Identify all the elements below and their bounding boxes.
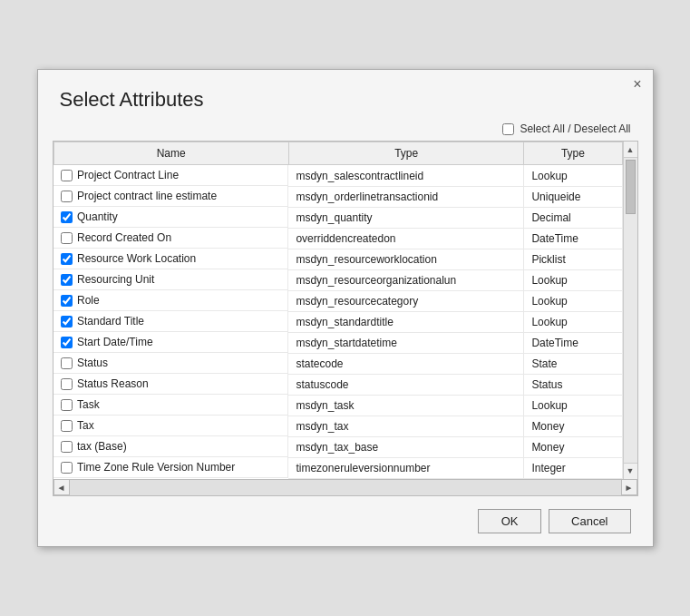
scroll-left-arrow[interactable]: ◄ — [53, 479, 70, 495]
row-checkbox[interactable] — [61, 441, 73, 453]
table-row: Time Zone Rule Version Numbertimezonerul… — [53, 457, 622, 478]
row-name-cell: Standard Title — [53, 311, 288, 332]
table-row: Resourcing Unitmsdyn_resourceorganizatio… — [53, 269, 622, 290]
row-name-label: Task — [77, 398, 100, 411]
row-checkbox[interactable] — [61, 274, 73, 286]
row-type-cell: Money — [524, 436, 622, 457]
row-name-cell: Project contract line estimate — [53, 186, 288, 207]
row-checkbox[interactable] — [61, 337, 73, 348]
row-name-label: Start Date/Time — [77, 336, 153, 348]
row-type-cell: Integer — [524, 457, 622, 478]
row-type-cell: Lookup — [524, 395, 622, 416]
row-name-cell: Status Reason — [53, 374, 288, 395]
row-type-cell: Lookup — [524, 269, 622, 290]
cancel-button[interactable]: Cancel — [549, 509, 630, 533]
attributes-table: Name Type Type Project Contract Linemsdy… — [53, 142, 623, 479]
attributes-table-container: Name Type Type Project Contract Linemsdy… — [53, 141, 638, 496]
row-logical-cell: msdyn_resourceworklocation — [288, 249, 523, 269]
select-all-row: Select All / Deselect All — [38, 119, 653, 141]
row-name-label: Project Contract Line — [77, 169, 179, 181]
row-name-label: tax (Base) — [77, 440, 127, 453]
row-name-cell: Time Zone Rule Version Number — [53, 457, 288, 478]
row-name-label: Status — [77, 357, 108, 369]
row-name-cell: Quantity — [53, 207, 288, 228]
row-type-cell: DateTime — [524, 228, 622, 249]
row-type-cell: Lookup — [524, 290, 622, 311]
row-checkbox[interactable] — [61, 399, 73, 411]
scroll-thumb[interactable] — [626, 160, 636, 214]
table-row: Project Contract Linemsdyn_salescontract… — [53, 165, 622, 187]
dialog-footer: OK Cancel — [38, 496, 653, 546]
scroll-right-arrow[interactable]: ► — [621, 479, 637, 495]
row-name-cell: Resource Work Location — [53, 249, 288, 269]
row-type-cell: DateTime — [524, 332, 622, 353]
row-logical-cell: msdyn_task — [288, 395, 523, 416]
row-logical-cell: msdyn_startdatetime — [288, 332, 523, 353]
col-header-name: Name — [53, 142, 288, 165]
row-name-label: Quantity — [77, 210, 118, 223]
h-scroll-track[interactable] — [70, 480, 621, 495]
select-all-label[interactable]: Select All / Deselect All — [520, 122, 630, 135]
row-logical-cell: msdyn_tax — [288, 416, 523, 436]
select-all-checkbox[interactable] — [502, 123, 514, 135]
table-row: Taskmsdyn_taskLookup — [53, 395, 622, 416]
row-logical-cell: msdyn_orderlinetransactionid — [288, 186, 523, 207]
row-name-cell: Project Contract Line — [53, 165, 288, 186]
row-logical-cell: msdyn_resourcecategory — [288, 290, 523, 311]
row-checkbox[interactable] — [61, 462, 73, 474]
row-name-cell: Task — [53, 395, 288, 416]
col-header-type1: Type — [288, 142, 523, 165]
row-type-cell: Picklist — [524, 249, 622, 269]
table-row: Taxmsdyn_taxMoney — [53, 416, 622, 436]
ok-button[interactable]: OK — [478, 509, 541, 533]
row-checkbox[interactable] — [61, 170, 73, 181]
row-logical-cell: statuscode — [288, 374, 523, 395]
row-name-label: Tax — [77, 419, 94, 432]
row-type-cell: Lookup — [524, 311, 622, 332]
row-name-label: Status Reason — [77, 377, 149, 390]
row-checkbox[interactable] — [61, 253, 73, 265]
row-type-cell: Uniqueide — [524, 186, 622, 207]
table-row: Quantitymsdyn_quantityDecimal — [53, 207, 622, 228]
row-checkbox[interactable] — [61, 357, 73, 369]
row-logical-cell: msdyn_resourceorganizationalun — [288, 269, 523, 290]
horizontal-scrollbar[interactable]: ◄ ► — [53, 479, 637, 495]
close-button[interactable]: × — [633, 77, 641, 92]
row-name-label: Time Zone Rule Version Number — [77, 461, 235, 474]
row-type-cell: State — [524, 353, 622, 374]
row-logical-cell: msdyn_salescontractlineid — [288, 165, 523, 187]
row-name-cell: Record Created On — [53, 228, 288, 249]
scroll-down-arrow[interactable]: ▼ — [624, 463, 637, 479]
scroll-up-arrow[interactable]: ▲ — [624, 142, 637, 158]
row-type-cell: Money — [524, 416, 622, 436]
row-name-label: Resourcing Unit — [77, 273, 154, 286]
row-type-cell: Lookup — [524, 165, 622, 187]
row-checkbox[interactable] — [61, 232, 73, 244]
vertical-scrollbar[interactable]: ▲ ▼ — [623, 142, 637, 479]
table-row: Standard Titlemsdyn_standardtitleLookup — [53, 311, 622, 332]
table-row: Record Created OnoverriddencreatedonDate… — [53, 228, 622, 249]
table-row: Resource Work Locationmsdyn_resourcework… — [53, 249, 622, 269]
row-logical-cell: overriddencreatedon — [288, 228, 523, 249]
table-row: StatusstatecodeState — [53, 353, 622, 374]
table-row: Status ReasonstatuscodeStatus — [53, 374, 622, 395]
scroll-track[interactable] — [624, 158, 637, 463]
row-logical-cell: msdyn_quantity — [288, 207, 523, 228]
row-checkbox[interactable] — [61, 420, 73, 432]
table-row: tax (Base)msdyn_tax_baseMoney — [53, 436, 622, 457]
row-name-label: Record Created On — [77, 231, 171, 244]
table-scroll-area[interactable]: Name Type Type Project Contract Linemsdy… — [53, 142, 623, 479]
row-logical-cell: msdyn_standardtitle — [288, 311, 523, 332]
row-checkbox[interactable] — [61, 211, 73, 223]
row-checkbox[interactable] — [61, 316, 73, 328]
row-type-cell: Decimal — [524, 207, 622, 228]
row-name-label: Role — [77, 294, 100, 307]
row-name-cell: Start Date/Time — [53, 332, 288, 353]
row-checkbox[interactable] — [61, 295, 73, 307]
row-checkbox[interactable] — [61, 191, 73, 202]
row-name-cell: Tax — [53, 416, 288, 436]
row-name-label: Standard Title — [77, 315, 144, 328]
row-name-cell: Status — [53, 353, 288, 374]
title-bar: Select Attributes — [38, 70, 653, 119]
row-checkbox[interactable] — [61, 378, 73, 390]
